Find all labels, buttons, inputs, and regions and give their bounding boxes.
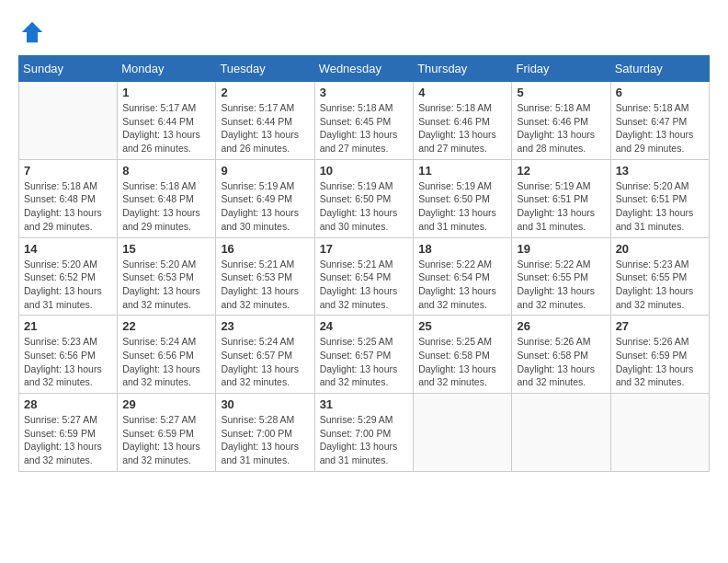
- day-info: Sunrise: 5:25 AM Sunset: 6:57 PM Dayligh…: [320, 335, 409, 389]
- day-info: Sunrise: 5:27 AM Sunset: 6:59 PM Dayligh…: [24, 413, 112, 467]
- day-number: 14: [24, 242, 112, 256]
- calendar-cell: 25Sunrise: 5:25 AM Sunset: 6:58 PM Dayli…: [414, 316, 512, 394]
- calendar-cell: [414, 394, 512, 472]
- day-number: 13: [616, 164, 704, 178]
- calendar-cell: 27Sunrise: 5:26 AM Sunset: 6:59 PM Dayli…: [610, 316, 709, 394]
- header-sunday: Sunday: [19, 56, 118, 82]
- calendar-cell: [610, 394, 709, 472]
- day-info: Sunrise: 5:27 AM Sunset: 6:59 PM Dayligh…: [122, 413, 210, 467]
- day-info: Sunrise: 5:18 AM Sunset: 6:48 PM Dayligh…: [24, 179, 112, 234]
- day-number: 5: [517, 86, 605, 99]
- calendar-cell: 30Sunrise: 5:28 AM Sunset: 7:00 PM Dayli…: [216, 394, 314, 472]
- day-number: 18: [418, 242, 506, 256]
- calendar-cell: 24Sunrise: 5:25 AM Sunset: 6:57 PM Dayli…: [314, 316, 414, 394]
- header-tuesday: Tuesday: [216, 56, 314, 82]
- day-number: 25: [418, 319, 506, 333]
- day-info: Sunrise: 5:26 AM Sunset: 6:59 PM Dayligh…: [616, 335, 704, 389]
- header-friday: Friday: [512, 56, 610, 82]
- day-info: Sunrise: 5:20 AM Sunset: 6:51 PM Dayligh…: [616, 179, 704, 234]
- calendar-cell: 13Sunrise: 5:20 AM Sunset: 6:51 PM Dayli…: [610, 159, 709, 237]
- day-number: 6: [616, 86, 704, 99]
- calendar-cell: 28Sunrise: 5:27 AM Sunset: 6:59 PM Dayli…: [19, 394, 118, 472]
- day-info: Sunrise: 5:17 AM Sunset: 6:44 PM Dayligh…: [122, 101, 210, 155]
- day-info: Sunrise: 5:22 AM Sunset: 6:55 PM Dayligh…: [517, 258, 605, 312]
- day-info: Sunrise: 5:28 AM Sunset: 7:00 PM Dayligh…: [221, 413, 309, 467]
- calendar-cell: 3Sunrise: 5:18 AM Sunset: 6:45 PM Daylig…: [314, 82, 414, 160]
- header-monday: Monday: [118, 56, 216, 82]
- day-info: Sunrise: 5:19 AM Sunset: 6:50 PM Dayligh…: [418, 179, 506, 234]
- calendar-cell: [19, 82, 118, 160]
- day-info: Sunrise: 5:26 AM Sunset: 6:58 PM Dayligh…: [517, 335, 605, 389]
- day-info: Sunrise: 5:24 AM Sunset: 6:56 PM Dayligh…: [122, 335, 210, 389]
- calendar-cell: 23Sunrise: 5:24 AM Sunset: 6:57 PM Dayli…: [216, 316, 314, 394]
- day-info: Sunrise: 5:17 AM Sunset: 6:44 PM Dayligh…: [221, 101, 309, 155]
- day-number: 10: [320, 164, 409, 178]
- calendar-cell: 6Sunrise: 5:18 AM Sunset: 6:47 PM Daylig…: [610, 82, 709, 160]
- day-number: 30: [221, 397, 309, 411]
- header-thursday: Thursday: [414, 56, 512, 82]
- calendar-cell: 16Sunrise: 5:21 AM Sunset: 6:53 PM Dayli…: [216, 237, 314, 316]
- day-info: Sunrise: 5:25 AM Sunset: 6:58 PM Dayligh…: [418, 335, 506, 389]
- day-info: Sunrise: 5:24 AM Sunset: 6:57 PM Dayligh…: [221, 335, 309, 389]
- calendar: SundayMondayTuesdayWednesdayThursdayFrid…: [18, 55, 710, 472]
- day-info: Sunrise: 5:23 AM Sunset: 6:56 PM Dayligh…: [24, 335, 112, 389]
- day-number: 1: [122, 86, 210, 99]
- calendar-cell: 22Sunrise: 5:24 AM Sunset: 6:56 PM Dayli…: [118, 316, 216, 394]
- week-row-4: 21Sunrise: 5:23 AM Sunset: 6:56 PM Dayli…: [19, 316, 710, 394]
- calendar-cell: 15Sunrise: 5:20 AM Sunset: 6:53 PM Dayli…: [118, 237, 216, 316]
- day-number: 4: [418, 86, 506, 99]
- calendar-cell: 4Sunrise: 5:18 AM Sunset: 6:46 PM Daylig…: [414, 82, 512, 160]
- week-row-5: 28Sunrise: 5:27 AM Sunset: 6:59 PM Dayli…: [19, 394, 710, 472]
- header-wednesday: Wednesday: [314, 56, 414, 82]
- calendar-cell: 17Sunrise: 5:21 AM Sunset: 6:54 PM Dayli…: [314, 237, 414, 316]
- day-number: 17: [320, 242, 409, 256]
- day-number: 26: [517, 319, 605, 333]
- day-info: Sunrise: 5:29 AM Sunset: 7:00 PM Dayligh…: [320, 413, 409, 467]
- day-number: 15: [122, 242, 210, 256]
- logo-icon: [18, 18, 46, 46]
- day-number: 11: [418, 164, 506, 178]
- day-number: 31: [320, 397, 409, 411]
- day-number: 22: [122, 319, 210, 333]
- day-number: 29: [122, 397, 210, 411]
- calendar-cell: 26Sunrise: 5:26 AM Sunset: 6:58 PM Dayli…: [512, 316, 610, 394]
- calendar-cell: 12Sunrise: 5:19 AM Sunset: 6:51 PM Dayli…: [512, 159, 610, 237]
- calendar-cell: [512, 394, 610, 472]
- day-number: 28: [24, 397, 112, 411]
- calendar-cell: 7Sunrise: 5:18 AM Sunset: 6:48 PM Daylig…: [19, 159, 118, 237]
- header-saturday: Saturday: [610, 56, 709, 82]
- calendar-cell: 2Sunrise: 5:17 AM Sunset: 6:44 PM Daylig…: [216, 82, 314, 160]
- calendar-cell: 21Sunrise: 5:23 AM Sunset: 6:56 PM Dayli…: [19, 316, 118, 394]
- day-info: Sunrise: 5:18 AM Sunset: 6:47 PM Dayligh…: [616, 101, 704, 155]
- page-header: [18, 18, 710, 46]
- day-number: 20: [616, 242, 704, 256]
- svg-marker-0: [22, 22, 43, 43]
- day-number: 24: [320, 319, 409, 333]
- day-info: Sunrise: 5:19 AM Sunset: 6:51 PM Dayligh…: [517, 179, 605, 234]
- week-row-3: 14Sunrise: 5:20 AM Sunset: 6:52 PM Dayli…: [19, 237, 710, 316]
- day-number: 23: [221, 319, 309, 333]
- day-number: 27: [616, 319, 704, 333]
- day-info: Sunrise: 5:18 AM Sunset: 6:48 PM Dayligh…: [122, 179, 210, 234]
- calendar-cell: 9Sunrise: 5:19 AM Sunset: 6:49 PM Daylig…: [216, 159, 314, 237]
- calendar-cell: 8Sunrise: 5:18 AM Sunset: 6:48 PM Daylig…: [118, 159, 216, 237]
- day-info: Sunrise: 5:19 AM Sunset: 6:50 PM Dayligh…: [320, 179, 409, 234]
- day-number: 19: [517, 242, 605, 256]
- day-number: 2: [221, 86, 309, 99]
- day-info: Sunrise: 5:22 AM Sunset: 6:54 PM Dayligh…: [418, 258, 506, 312]
- day-info: Sunrise: 5:18 AM Sunset: 6:46 PM Dayligh…: [517, 101, 605, 155]
- day-info: Sunrise: 5:18 AM Sunset: 6:45 PM Dayligh…: [320, 101, 409, 155]
- week-row-1: 1Sunrise: 5:17 AM Sunset: 6:44 PM Daylig…: [19, 82, 710, 160]
- day-number: 21: [24, 319, 112, 333]
- day-number: 3: [320, 86, 409, 99]
- day-info: Sunrise: 5:19 AM Sunset: 6:49 PM Dayligh…: [221, 179, 309, 234]
- calendar-cell: 5Sunrise: 5:18 AM Sunset: 6:46 PM Daylig…: [512, 82, 610, 160]
- calendar-cell: 19Sunrise: 5:22 AM Sunset: 6:55 PM Dayli…: [512, 237, 610, 316]
- day-number: 16: [221, 242, 309, 256]
- calendar-cell: 29Sunrise: 5:27 AM Sunset: 6:59 PM Dayli…: [118, 394, 216, 472]
- week-row-2: 7Sunrise: 5:18 AM Sunset: 6:48 PM Daylig…: [19, 159, 710, 237]
- day-info: Sunrise: 5:21 AM Sunset: 6:53 PM Dayligh…: [221, 258, 309, 312]
- calendar-cell: 11Sunrise: 5:19 AM Sunset: 6:50 PM Dayli…: [414, 159, 512, 237]
- day-number: 8: [122, 164, 210, 178]
- calendar-cell: 18Sunrise: 5:22 AM Sunset: 6:54 PM Dayli…: [414, 237, 512, 316]
